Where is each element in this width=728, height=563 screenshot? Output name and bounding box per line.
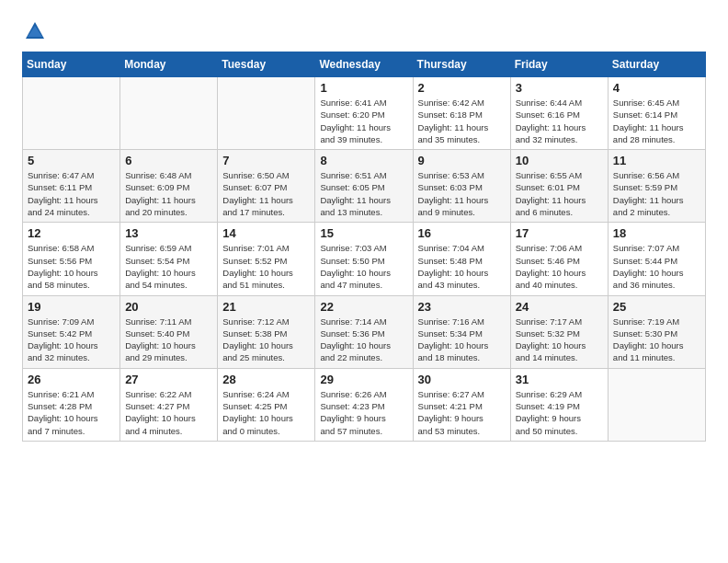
- day-info: Sunrise: 7:11 AM Sunset: 5:40 PM Dayligh…: [125, 316, 212, 364]
- weekday-header-friday: Friday: [510, 52, 608, 77]
- day-number: 31: [516, 373, 603, 386]
- calendar-cell: 5Sunrise: 6:47 AM Sunset: 6:11 PM Daylig…: [23, 150, 120, 223]
- calendar-cell: 28Sunrise: 6:24 AM Sunset: 4:25 PM Dayli…: [218, 368, 315, 441]
- weekday-header-row: SundayMondayTuesdayWednesdayThursdayFrid…: [23, 52, 706, 77]
- day-number: 19: [28, 300, 115, 314]
- day-info: Sunrise: 6:42 AM Sunset: 6:18 PM Dayligh…: [418, 97, 506, 145]
- day-number: 16: [418, 226, 506, 240]
- logo-icon: [22, 18, 48, 44]
- day-info: Sunrise: 7:09 AM Sunset: 5:42 PM Dayligh…: [28, 316, 115, 364]
- day-number: 20: [125, 300, 212, 314]
- day-number: 27: [125, 373, 212, 386]
- header: [22, 18, 706, 44]
- calendar-cell: 12Sunrise: 6:58 AM Sunset: 5:56 PM Dayli…: [23, 223, 120, 295]
- day-info: Sunrise: 6:29 AM Sunset: 4:19 PM Dayligh…: [516, 388, 603, 437]
- day-info: Sunrise: 7:04 AM Sunset: 5:48 PM Dayligh…: [418, 242, 506, 291]
- day-info: Sunrise: 6:47 AM Sunset: 6:11 PM Dayligh…: [28, 169, 115, 218]
- day-info: Sunrise: 6:59 AM Sunset: 5:54 PM Dayligh…: [125, 242, 212, 291]
- day-info: Sunrise: 6:41 AM Sunset: 6:20 PM Dayligh…: [320, 97, 407, 145]
- day-number: 22: [320, 300, 407, 314]
- day-number: 6: [125, 154, 212, 167]
- day-number: 17: [516, 226, 603, 240]
- logo: [22, 18, 51, 44]
- week-row-1: 1Sunrise: 6:41 AM Sunset: 6:20 PM Daylig…: [23, 77, 706, 150]
- day-number: 21: [222, 300, 310, 314]
- calendar-cell: [23, 77, 120, 150]
- weekday-header-sunday: Sunday: [23, 52, 120, 77]
- day-number: 12: [28, 226, 115, 240]
- day-number: 28: [222, 373, 310, 386]
- day-number: 18: [613, 226, 700, 240]
- calendar-cell: 11Sunrise: 6:56 AM Sunset: 5:59 PM Dayli…: [608, 150, 705, 223]
- day-number: 10: [516, 154, 603, 167]
- day-info: Sunrise: 6:50 AM Sunset: 6:07 PM Dayligh…: [222, 169, 310, 218]
- calendar-cell: 27Sunrise: 6:22 AM Sunset: 4:27 PM Dayli…: [120, 368, 218, 441]
- day-info: Sunrise: 7:17 AM Sunset: 5:32 PM Dayligh…: [516, 316, 603, 364]
- calendar-cell: 1Sunrise: 6:41 AM Sunset: 6:20 PM Daylig…: [315, 77, 413, 150]
- day-number: 11: [613, 154, 700, 167]
- day-info: Sunrise: 7:07 AM Sunset: 5:44 PM Dayligh…: [613, 242, 700, 291]
- day-number: 3: [516, 81, 603, 95]
- calendar-cell: 21Sunrise: 7:12 AM Sunset: 5:38 PM Dayli…: [218, 295, 315, 368]
- calendar-cell: 13Sunrise: 6:59 AM Sunset: 5:54 PM Dayli…: [120, 223, 218, 295]
- day-info: Sunrise: 7:16 AM Sunset: 5:34 PM Dayligh…: [418, 316, 506, 364]
- weekday-header-monday: Monday: [120, 52, 218, 77]
- day-info: Sunrise: 6:55 AM Sunset: 6:01 PM Dayligh…: [516, 169, 603, 218]
- weekday-header-tuesday: Tuesday: [218, 52, 315, 77]
- day-number: 26: [28, 373, 115, 386]
- calendar-cell: 8Sunrise: 6:51 AM Sunset: 6:05 PM Daylig…: [315, 150, 413, 223]
- calendar-cell: [218, 77, 315, 150]
- calendar-cell: 20Sunrise: 7:11 AM Sunset: 5:40 PM Dayli…: [120, 295, 218, 368]
- calendar-cell: 3Sunrise: 6:44 AM Sunset: 6:16 PM Daylig…: [510, 77, 608, 150]
- calendar-cell: 4Sunrise: 6:45 AM Sunset: 6:14 PM Daylig…: [608, 77, 705, 150]
- calendar-cell: [120, 77, 218, 150]
- week-row-4: 19Sunrise: 7:09 AM Sunset: 5:42 PM Dayli…: [23, 295, 706, 368]
- day-info: Sunrise: 7:06 AM Sunset: 5:46 PM Dayligh…: [516, 242, 603, 291]
- day-info: Sunrise: 7:14 AM Sunset: 5:36 PM Dayligh…: [320, 316, 407, 364]
- calendar-cell: 18Sunrise: 7:07 AM Sunset: 5:44 PM Dayli…: [608, 223, 705, 295]
- calendar-cell: 23Sunrise: 7:16 AM Sunset: 5:34 PM Dayli…: [413, 295, 510, 368]
- day-info: Sunrise: 7:12 AM Sunset: 5:38 PM Dayligh…: [222, 316, 310, 364]
- day-info: Sunrise: 7:01 AM Sunset: 5:52 PM Dayligh…: [222, 242, 310, 291]
- calendar-cell: 6Sunrise: 6:48 AM Sunset: 6:09 PM Daylig…: [120, 150, 218, 223]
- day-info: Sunrise: 6:44 AM Sunset: 6:16 PM Dayligh…: [516, 97, 603, 145]
- calendar-cell: 19Sunrise: 7:09 AM Sunset: 5:42 PM Dayli…: [23, 295, 120, 368]
- day-info: Sunrise: 6:45 AM Sunset: 6:14 PM Dayligh…: [613, 97, 700, 145]
- calendar-cell: 2Sunrise: 6:42 AM Sunset: 6:18 PM Daylig…: [413, 77, 510, 150]
- day-number: 23: [418, 300, 506, 314]
- day-number: 7: [222, 154, 310, 167]
- day-info: Sunrise: 6:22 AM Sunset: 4:27 PM Dayligh…: [125, 388, 212, 437]
- day-info: Sunrise: 7:19 AM Sunset: 5:30 PM Dayligh…: [613, 316, 700, 364]
- day-number: 14: [222, 226, 310, 240]
- day-info: Sunrise: 6:53 AM Sunset: 6:03 PM Dayligh…: [418, 169, 506, 218]
- day-info: Sunrise: 6:26 AM Sunset: 4:23 PM Dayligh…: [320, 388, 407, 437]
- day-number: 2: [418, 81, 506, 95]
- day-number: 29: [320, 373, 407, 386]
- day-number: 5: [28, 154, 115, 167]
- calendar-cell: 14Sunrise: 7:01 AM Sunset: 5:52 PM Dayli…: [218, 223, 315, 295]
- calendar-cell: 22Sunrise: 7:14 AM Sunset: 5:36 PM Dayli…: [315, 295, 413, 368]
- day-info: Sunrise: 6:27 AM Sunset: 4:21 PM Dayligh…: [418, 388, 506, 437]
- calendar-cell: 16Sunrise: 7:04 AM Sunset: 5:48 PM Dayli…: [413, 223, 510, 295]
- calendar-cell: 17Sunrise: 7:06 AM Sunset: 5:46 PM Dayli…: [510, 223, 608, 295]
- calendar-cell: 30Sunrise: 6:27 AM Sunset: 4:21 PM Dayli…: [413, 368, 510, 441]
- calendar-cell: 15Sunrise: 7:03 AM Sunset: 5:50 PM Dayli…: [315, 223, 413, 295]
- calendar-cell: 7Sunrise: 6:50 AM Sunset: 6:07 PM Daylig…: [218, 150, 315, 223]
- calendar-table: SundayMondayTuesdayWednesdayThursdayFrid…: [22, 52, 706, 442]
- weekday-header-wednesday: Wednesday: [315, 52, 413, 77]
- day-number: 30: [418, 373, 506, 386]
- calendar-cell: 31Sunrise: 6:29 AM Sunset: 4:19 PM Dayli…: [510, 368, 608, 441]
- day-info: Sunrise: 6:48 AM Sunset: 6:09 PM Dayligh…: [125, 169, 212, 218]
- week-row-3: 12Sunrise: 6:58 AM Sunset: 5:56 PM Dayli…: [23, 223, 706, 295]
- week-row-2: 5Sunrise: 6:47 AM Sunset: 6:11 PM Daylig…: [23, 150, 706, 223]
- page: SundayMondayTuesdayWednesdayThursdayFrid…: [0, 0, 728, 460]
- day-number: 8: [320, 154, 407, 167]
- day-number: 15: [320, 226, 407, 240]
- calendar-cell: 29Sunrise: 6:26 AM Sunset: 4:23 PM Dayli…: [315, 368, 413, 441]
- day-info: Sunrise: 7:03 AM Sunset: 5:50 PM Dayligh…: [320, 242, 407, 291]
- day-info: Sunrise: 6:56 AM Sunset: 5:59 PM Dayligh…: [613, 169, 700, 218]
- day-number: 13: [125, 226, 212, 240]
- day-number: 25: [613, 300, 700, 314]
- weekday-header-saturday: Saturday: [608, 52, 705, 77]
- day-info: Sunrise: 6:51 AM Sunset: 6:05 PM Dayligh…: [320, 169, 407, 218]
